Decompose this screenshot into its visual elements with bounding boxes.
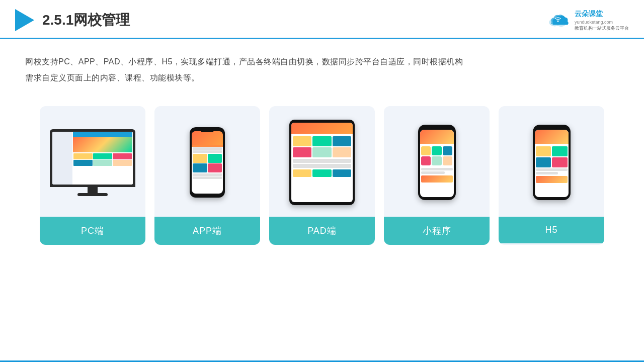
- brand-url: yunduoketang.com: [575, 19, 629, 26]
- header: 2.5.1网校管理 云朵课堂 yunduoketang.com 教育机构一站式服…: [0, 0, 644, 39]
- card-pad: PAD端: [269, 106, 375, 245]
- mini-phone-icon: [418, 125, 456, 200]
- card-pad-label: PAD端: [269, 217, 375, 245]
- mini-notch: [431, 127, 442, 130]
- card-miniprogram: 小程序: [384, 106, 490, 245]
- phone-notch: [201, 129, 214, 132]
- header-right: 云朵课堂 yunduoketang.com 教育机构一站式服务云平台: [545, 9, 629, 32]
- card-miniprogram-label: 小程序: [384, 217, 490, 245]
- brand-name: 云朵课堂: [575, 9, 629, 19]
- header-left: 2.5.1网校管理: [15, 9, 130, 31]
- card-pc: PC端: [40, 106, 145, 245]
- card-miniprogram-image: [384, 106, 490, 217]
- card-app-label: APP端: [154, 217, 260, 245]
- cards-container: PC端: [0, 91, 644, 260]
- cloud-icon: [545, 11, 571, 29]
- h5-phone-icon: [533, 125, 571, 200]
- h5-notch: [546, 127, 557, 130]
- card-h5: H5: [499, 106, 604, 245]
- svg-point-2: [557, 21, 558, 22]
- tablet-icon: [289, 120, 355, 205]
- app-phone-icon: [190, 127, 225, 198]
- card-pc-image: [40, 106, 145, 217]
- pc-monitor-icon: [50, 129, 135, 196]
- description: 网校支持PC、APP、PAD、小程序、H5，实现多端打通，产品各终端自由切换，数…: [0, 39, 644, 91]
- card-h5-image: [499, 106, 604, 217]
- description-line1: 网校支持PC、APP、PAD、小程序、H5，实现多端打通，产品各终端自由切换，数…: [25, 54, 619, 70]
- brand-logo: 云朵课堂 yunduoketang.com 教育机构一站式服务云平台: [545, 9, 629, 32]
- card-pad-image: [269, 106, 375, 217]
- card-app-image: [154, 106, 260, 217]
- logo-triangle-icon: [15, 9, 34, 31]
- page-title: 2.5.1网校管理: [42, 11, 130, 30]
- brand-slogan: 教育机构一站式服务云平台: [575, 25, 629, 32]
- description-line2: 需求自定义页面上的内容、课程、功能模块等。: [25, 70, 619, 86]
- card-h5-label: H5: [499, 217, 604, 243]
- card-pc-label: PC端: [40, 217, 145, 245]
- brand-text: 云朵课堂 yunduoketang.com 教育机构一站式服务云平台: [575, 9, 629, 32]
- card-app: APP端: [154, 106, 260, 245]
